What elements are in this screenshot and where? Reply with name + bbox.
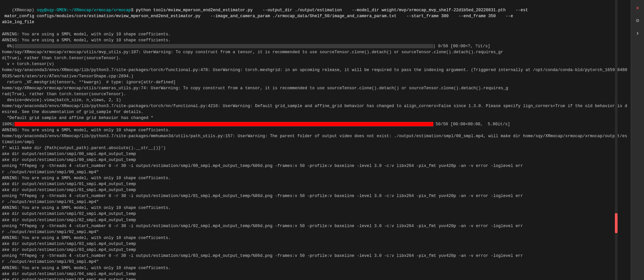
terminal-line: ARNING: You are using a SMPL model, with… — [2, 205, 629, 211]
terminal-line: ake dir output/estimation/smpl/00_smpl.m… — [2, 151, 629, 157]
settings-icon[interactable]: ⚙ — [632, 15, 643, 26]
terminal[interactable]: (XRmocap) sqy@sqy-OMEN:~/XRmocap/xrmocap… — [0, 0, 631, 280]
terminal-line: return _VF.meshgrid(tensors, **kwargs) #… — [2, 79, 629, 85]
terminal-line: ARNING: You are using a SMPL model, with… — [2, 265, 629, 271]
terminal-line: ARNING: You are using a SMPL model, with… — [2, 175, 629, 181]
terminal-line: ake dir output/estimation/smpl/04_smpl.m… — [2, 271, 629, 277]
terminal-line: home/sqy/anaconda3/envs/XRmocap/lib/pyth… — [2, 103, 629, 115]
terminal-line: home/sqy/XRmocap/xrmocap/xrmocap/utils/c… — [2, 85, 629, 97]
terminal-line: "Default grid sample and affine grid beh… — [2, 115, 629, 121]
terminal-line: ARNING: You are using a SMPL model, with… — [2, 127, 629, 133]
prompt-char: $ — [131, 8, 136, 13]
progress-bar-line-0: 0%| | 0/50 [00:00<?, ?it/s] — [2, 43, 629, 49]
terminal-line: (XRmocap) sqy@sqy-OMEN:~/XRmocap/xrmocap… — [2, 1, 629, 31]
terminal-line: f' will make dir {Path(output_path).pare… — [2, 145, 629, 151]
arrow-right-icon[interactable]: › — [632, 28, 643, 38]
terminal-line: ake dir output/estimation/smpl/03_smpl.m… — [2, 247, 629, 253]
terminal-line: ake dir output/estimation/smpl/01_smpl.m… — [2, 181, 629, 187]
close-icon[interactable]: ✕ — [632, 3, 643, 13]
terminal-line: v = torch.tensor(v) — [2, 61, 629, 67]
terminal-line: home/sqy/XRmocap/xrmocap/xrmocap/utils/m… — [2, 49, 629, 61]
terminal-line: unning "ffmpeg -y -threads 4 -start_numb… — [2, 223, 629, 235]
terminal-line: ake dir output/estimation/smpl/04_smpl.m… — [2, 277, 629, 280]
terminal-line: unning "ffmpeg -y -threads 4 -start_numb… — [2, 163, 629, 175]
terminal-line: ARNING: You are using a SMPL model, with… — [2, 235, 629, 241]
terminal-line: unning "ffmpeg -y -threads 4 -start_numb… — [2, 253, 629, 265]
terminal-line: ake dir output/estimation/smpl/03_smpl.m… — [2, 241, 629, 247]
terminal-line: ARNING: You are using a SMPL model, with… — [2, 31, 629, 37]
terminal-line: home/sqy/anaconda3/envs/XRmocap/lib/pyth… — [2, 67, 629, 79]
terminal-line: home/sqy/anaconda3/envs/XRmocap/lib/pyth… — [2, 133, 629, 145]
scrollbar-track[interactable] — [615, 0, 618, 280]
user-host: sqy@sqy-OMEN:~/XRmocap/xrmocap/xrmocap — [37, 8, 131, 13]
sidebar: ✕ ⚙ › — [631, 0, 644, 280]
progress-bar-line-100: 100%| 50/50 [00:08<00:00, 5.80it/s] — [2, 121, 629, 127]
terminal-line: ake dir output/estimation/smpl/00_smpl.m… — [2, 157, 629, 163]
terminal-line: ake dir output/estimation/smpl/01_smpl.m… — [2, 187, 629, 193]
scrollbar-thumb[interactable] — [615, 213, 618, 233]
terminal-line: ARNING: You are using a SMPL model, with… — [2, 37, 629, 43]
terminal-line: ake dir output/estimation/smpl/02_smpl.m… — [2, 217, 629, 223]
xrmocap-prefix: (XRmocap) — [12, 8, 37, 13]
terminal-line: ake dir output/estimation/smpl/02_smpl.m… — [2, 211, 629, 217]
terminal-line: unning "ffmpeg -y -threads 4 -start_numb… — [2, 193, 629, 205]
terminal-line: device=device).view(batch_size, n_views,… — [2, 97, 629, 103]
